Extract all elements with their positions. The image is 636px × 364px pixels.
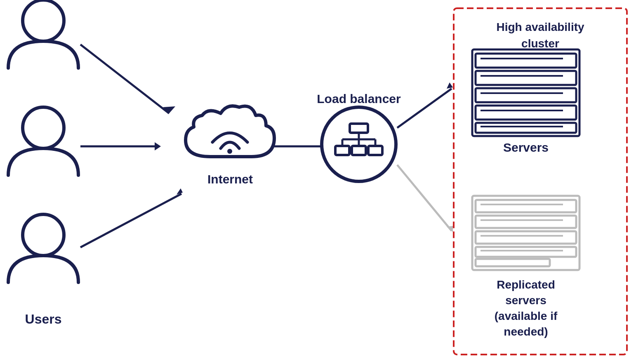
user-icon-1 — [8, 0, 78, 68]
svg-marker-23 — [447, 82, 453, 89]
svg-rect-27 — [476, 54, 576, 68]
svg-rect-40 — [476, 216, 576, 228]
load-balancer-icon — [322, 107, 396, 181]
ha-cluster-label2: cluster — [521, 37, 559, 50]
user-icon-2 — [8, 107, 78, 175]
svg-rect-44 — [476, 247, 576, 257]
internet-label: Internet — [207, 172, 253, 186]
svg-rect-31 — [476, 88, 576, 102]
svg-rect-42 — [476, 231, 576, 244]
replicated-label-4: needed) — [504, 325, 548, 338]
servers-label: Servers — [503, 141, 549, 154]
svg-rect-35 — [476, 123, 576, 133]
replicated-label-3: (available if — [495, 310, 558, 322]
svg-point-1 — [23, 107, 64, 148]
svg-rect-38 — [476, 200, 576, 212]
svg-rect-33 — [476, 106, 576, 120]
svg-line-22 — [397, 89, 452, 128]
diagram-container: High availability cluster Users — [0, 0, 636, 364]
ha-cluster-label: High availability — [496, 21, 584, 33]
svg-point-2 — [23, 214, 64, 256]
svg-marker-6 — [155, 142, 161, 150]
svg-rect-29 — [476, 71, 576, 85]
svg-line-24 — [397, 165, 452, 231]
svg-rect-46 — [476, 259, 550, 266]
load-balancer-label: Load balancer — [317, 92, 401, 106]
svg-marker-25 — [447, 226, 453, 232]
internet-icon — [186, 106, 274, 157]
user-icon-3 — [8, 214, 78, 282]
users-label: Users — [25, 312, 62, 326]
svg-point-0 — [23, 0, 64, 41]
servers-primary — [472, 49, 579, 136]
svg-line-3 — [80, 45, 169, 113]
replicated-label-1: Replicated — [497, 278, 555, 291]
replicated-label-2: servers — [505, 294, 546, 307]
svg-point-9 — [227, 149, 232, 154]
servers-replicated — [472, 196, 579, 270]
svg-line-7 — [80, 194, 181, 247]
